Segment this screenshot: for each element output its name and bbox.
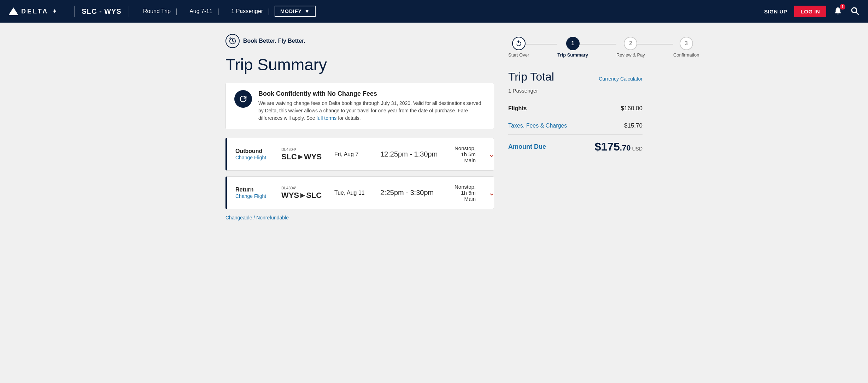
return-arrow-icon: ▶ <box>300 192 305 199</box>
return-flight-card: Return Change Flight DL4304¹ WYS ▶ SLC T… <box>225 176 494 209</box>
return-route: WYS ▶ SLC <box>281 191 327 200</box>
route-arrow-icon: ▶ <box>298 153 303 160</box>
flights-label: Flights <box>508 105 527 112</box>
taxes-value: $15.70 <box>624 122 643 129</box>
trip-total-title: Trip Total <box>508 70 554 83</box>
bell-badge: 1 <box>840 4 845 10</box>
currency-calculator-link[interactable]: Currency Calculator <box>599 76 643 82</box>
sep-2: | <box>217 7 219 16</box>
return-type-label: Return <box>235 187 274 193</box>
no-change-icon <box>234 90 252 108</box>
outbound-flight-number: DL4304¹ <box>281 147 327 152</box>
logo-text: DELTA <box>21 8 48 15</box>
modify-chevron-icon: ▼ <box>305 8 310 14</box>
step-3-circle: 3 <box>680 37 693 50</box>
return-change-flight-link[interactable]: Change Flight <box>235 193 266 199</box>
modify-button[interactable]: MODIFY ▼ <box>275 6 315 17</box>
delta-triangle-icon <box>8 7 18 15</box>
book-better-text: Book Better. Fly Better. <box>243 38 305 44</box>
refresh-icon <box>238 94 248 104</box>
amount-due-cents: .70 <box>620 143 631 152</box>
return-type-col: Return Change Flight <box>235 187 274 199</box>
outbound-cabin: Main <box>454 157 476 163</box>
outbound-info-right: Nonstop, 1h 5m Main <box>454 145 476 163</box>
outbound-flight-card: Outbound Change Flight DL4304¹ SLC ▶ WYS… <box>225 138 494 171</box>
step-1-label: Trip Summary <box>557 52 588 58</box>
return-expand-icon[interactable]: ⌄ <box>488 188 495 198</box>
outbound-flight-details: DL4304¹ SLC ▶ WYS <box>281 147 327 161</box>
amount-due-value: $175.70USD <box>595 140 643 153</box>
return-date: Tue, Aug 11 <box>334 190 373 196</box>
taxes-label[interactable]: Taxes, Fees & Charges <box>508 123 567 129</box>
outbound-change-flight-link[interactable]: Change Flight <box>235 155 266 160</box>
outbound-date: Fri, Aug 7 <box>334 151 373 158</box>
fly-better-text: Fly Better. <box>278 38 305 44</box>
trip-type-label: Round Trip <box>143 8 171 14</box>
step-start-over: Start Over <box>508 37 529 58</box>
trip-total-passengers: 1 Passenger <box>508 88 643 94</box>
step-2-circle: 2 <box>624 37 637 50</box>
clock-arrow-icon <box>229 37 236 45</box>
left-column: Book Better. Fly Better. Trip Summary Bo… <box>225 34 494 372</box>
return-flight-details: DL4304¹ WYS ▶ SLC <box>281 186 327 200</box>
dates-label: Aug 7-11 <box>189 8 212 14</box>
outbound-type-label: Outbound <box>235 148 274 154</box>
step-review-pay: 2 Review & Pay <box>616 37 645 58</box>
return-times: 2:25pm - 3:30pm <box>380 189 447 197</box>
refundable-note[interactable]: Changeable / Nonrefundable <box>225 215 494 220</box>
step-trip-summary: 1 Trip Summary <box>557 37 588 58</box>
taxes-price-row: Taxes, Fees & Charges $15.70 <box>508 117 643 135</box>
right-column: Start Over 1 Trip Summary 2 Review & Pay… <box>508 34 643 372</box>
header-right-actions: SIGN UP LOG IN 1 <box>764 6 860 17</box>
start-over-label: Start Over <box>508 52 529 58</box>
step-confirmation: 3 Confirmation <box>673 37 699 58</box>
signup-link[interactable]: SIGN UP <box>764 8 787 14</box>
outbound-route: SLC ▶ WYS <box>281 152 327 161</box>
logo-emblem: ✦ <box>52 7 57 15</box>
outbound-type-col: Outbound Change Flight <box>235 148 274 161</box>
no-change-content: Book Confidently with No Change Fees We … <box>258 90 485 122</box>
book-better-icon <box>225 34 240 48</box>
flights-value: $160.00 <box>621 105 643 112</box>
search-icon <box>850 6 860 16</box>
book-better-bold: Book Better. <box>243 38 276 44</box>
step-3-label: Confirmation <box>673 52 699 58</box>
return-cabin: Main <box>454 196 476 202</box>
no-change-fees-box: Book Confidently with No Change Fees We … <box>225 83 494 129</box>
amount-due-currency: USD <box>632 146 643 152</box>
modify-label: MODIFY <box>280 8 301 14</box>
sep-1: | <box>176 7 177 16</box>
start-over-icon <box>515 40 522 47</box>
amount-due-dollars: $175 <box>595 140 620 153</box>
sep-3: | <box>268 7 270 16</box>
search-button[interactable] <box>850 6 860 17</box>
amount-due-label: Amount Due <box>508 143 546 151</box>
full-terms-link[interactable]: full terms <box>316 115 336 121</box>
header-divider-2 <box>129 6 129 17</box>
book-better-banner: Book Better. Fly Better. <box>225 34 494 48</box>
login-button[interactable]: LOG IN <box>794 6 826 17</box>
no-change-title: Book Confidently with No Change Fees <box>258 90 485 98</box>
trip-total-section: Trip Total Currency Calculator 1 Passeng… <box>508 70 643 159</box>
outbound-nonstop: Nonstop, 1h 5m <box>454 145 476 157</box>
amount-due-row: Amount Due $175.70USD <box>508 135 643 159</box>
header-divider-1 <box>74 6 75 17</box>
return-info-right: Nonstop, 1h 5m Main <box>454 184 476 202</box>
return-nonstop: Nonstop, 1h 5m <box>454 184 476 196</box>
route-label: SLC - WYS <box>82 7 121 16</box>
start-over-circle[interactable] <box>512 37 526 50</box>
trip-total-header: Trip Total Currency Calculator <box>508 70 643 85</box>
flights-price-row: Flights $160.00 <box>508 100 643 117</box>
step-1-circle: 1 <box>566 37 580 50</box>
page-title: Trip Summary <box>225 55 494 74</box>
delta-logo: DELTA ✦ <box>8 7 57 15</box>
booking-steps: Start Over 1 Trip Summary 2 Review & Pay… <box>508 37 643 58</box>
outbound-expand-icon[interactable]: ⌄ <box>488 150 495 159</box>
step-2-label: Review & Pay <box>616 52 645 58</box>
return-flight-number: DL4304¹ <box>281 186 327 190</box>
passengers-label: 1 Passenger <box>231 8 263 14</box>
no-change-body: We are waiving change fees on Delta book… <box>258 100 485 122</box>
outbound-times: 12:25pm - 1:30pm <box>380 150 447 158</box>
main-content: Book Better. Fly Better. Trip Summary Bo… <box>217 23 651 383</box>
notifications-bell[interactable]: 1 <box>833 6 843 17</box>
